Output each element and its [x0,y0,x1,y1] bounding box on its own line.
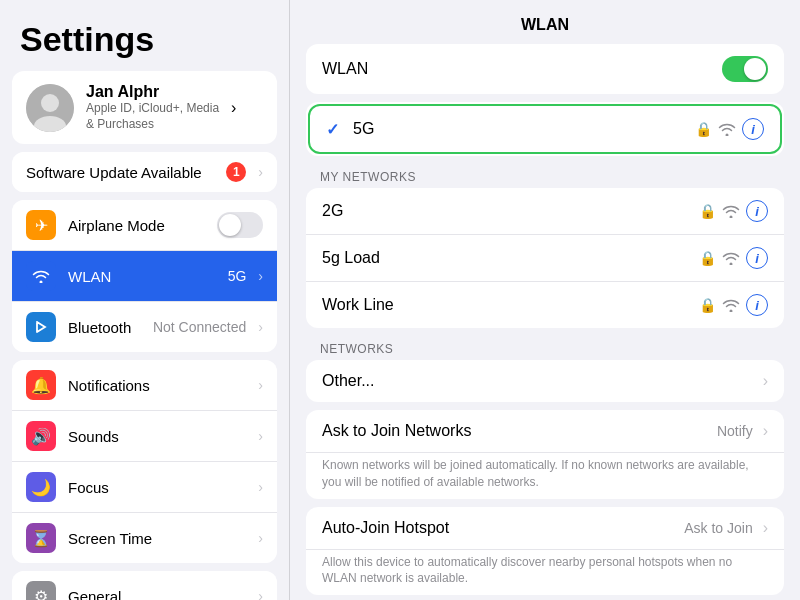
sidebar-item-airplane[interactable]: ✈ Airplane Mode [12,200,277,251]
profile-name: Jan Alphr [86,83,219,101]
ask-to-join-chevron: › [763,422,768,440]
my-networks-section: MY NETWORKS 2G 🔒 i 5g Load 🔒 [306,164,784,328]
other-label: Other... [322,372,753,390]
main-content: WLAN WLAN ✓ 5G 🔒 i [290,0,800,600]
network-ssid-2g: 2G [322,202,689,220]
bluetooth-chevron: › [258,319,263,335]
network-workline-icons: 🔒 i [699,294,768,316]
network-2g-icons: 🔒 i [699,200,768,222]
my-networks-label: MY NETWORKS [306,164,784,188]
focus-label: Focus [68,479,246,496]
avatar [26,84,74,132]
bluetooth-value: Not Connected [153,319,246,335]
wlan-value: 5G [228,268,247,284]
update-chevron: › [258,164,263,180]
ask-to-join-label: Ask to Join Networks [322,422,707,440]
sidebar-item-focus[interactable]: 🌙 Focus › [12,462,277,513]
wlan-toggle-row[interactable]: WLAN [306,44,784,94]
sidebar-item-wlan[interactable]: WLAN 5G › [12,251,277,302]
network-2g-lock: 🔒 [699,203,716,219]
connectivity-section: ✈ Airplane Mode WLAN 5G › [12,200,277,352]
wlan-toggle-section: WLAN [306,44,784,94]
connected-row-icons: 🔒 i [695,118,764,140]
airplane-toggle[interactable] [217,212,263,238]
update-badge: 1 [226,162,246,182]
sidebar-item-screentime[interactable]: ⌛ Screen Time › [12,513,277,563]
sidebar-item-update[interactable]: Software Update Available 1 › [12,152,277,192]
networks-section: NETWORKS Other... › [306,336,784,402]
notifications-icon: 🔔 [26,370,56,400]
focus-icon: 🌙 [26,472,56,502]
auto-join-value: Ask to Join [684,520,752,536]
connected-network-row[interactable]: ✓ 5G 🔒 i [308,104,782,154]
network-row-5gload[interactable]: 5g Load 🔒 i [306,235,784,282]
network-workline-info[interactable]: i [746,294,768,316]
auto-join-section: Auto-Join Hotspot Ask to Join › Allow th… [306,507,784,596]
network-2g-info[interactable]: i [746,200,768,222]
screentime-icon: ⌛ [26,523,56,553]
network-5gload-icons: 🔒 i [699,247,768,269]
network-row-workline[interactable]: Work Line 🔒 i [306,282,784,328]
networks-card: Other... › [306,360,784,402]
sounds-chevron: › [258,428,263,444]
network-2g-wifi-icon [722,204,740,218]
sidebar-item-bluetooth[interactable]: Bluetooth Not Connected › [12,302,277,352]
my-networks-card: 2G 🔒 i 5g Load 🔒 [306,188,784,328]
profile-sub: Apple ID, iCloud+, Media& Purchases [86,101,219,132]
wlan-icon [26,261,56,291]
wlan-chevron: › [258,268,263,284]
ask-to-join-section: Ask to Join Networks Notify › Known netw… [306,410,784,499]
network-5gload-wifi-icon [722,251,740,265]
airplane-icon: ✈ [26,210,56,240]
sidebar-item-sounds[interactable]: 🔊 Sounds › [12,411,277,462]
wlan-toggle-card: WLAN [306,44,784,94]
general-label: General [68,588,246,600]
profile-info: Jan Alphr Apple ID, iCloud+, Media& Purc… [86,83,219,132]
notifications-section: 🔔 Notifications › 🔊 Sounds › 🌙 Focus › ⌛… [12,360,277,563]
update-section: Software Update Available 1 › [12,152,277,192]
connected-ssid: 5G [353,120,685,138]
profile-item[interactable]: Jan Alphr Apple ID, iCloud+, Media& Purc… [12,71,277,144]
connected-info-icon[interactable]: i [742,118,764,140]
ask-to-join-sub: Known networks will be joined automatica… [306,453,784,499]
connected-network-card: ✓ 5G 🔒 i [306,102,784,156]
auto-join-row[interactable]: Auto-Join Hotspot Ask to Join › [306,507,784,550]
notifications-chevron: › [258,377,263,393]
general-icon: ⚙ [26,581,56,600]
auto-join-label: Auto-Join Hotspot [322,519,674,537]
ask-to-join-row[interactable]: Ask to Join Networks Notify › [306,410,784,453]
focus-chevron: › [258,479,263,495]
connected-lock-icon: 🔒 [695,121,712,137]
bluetooth-label: Bluetooth [68,319,141,336]
wlan-main-toggle[interactable] [722,56,768,82]
auto-join-card: Auto-Join Hotspot Ask to Join › Allow th… [306,507,784,596]
connected-checkmark: ✓ [326,120,339,139]
screentime-chevron: › [258,530,263,546]
sidebar-item-general[interactable]: ⚙ General › [12,571,277,600]
ask-to-join-value: Notify [717,423,753,439]
network-workline-wifi-icon [722,298,740,312]
update-label: Software Update Available [26,164,214,181]
other-chevron: › [763,372,768,390]
general-section: ⚙ General › ⊞ Control Center › [12,571,277,600]
main-title: WLAN [290,0,800,44]
network-row-2g[interactable]: 2G 🔒 i [306,188,784,235]
sidebar-item-notifications[interactable]: 🔔 Notifications › [12,360,277,411]
network-5gload-info[interactable]: i [746,247,768,269]
connected-network-section: ✓ 5G 🔒 i [306,102,784,156]
other-networks-row[interactable]: Other... › [306,360,784,402]
profile-chevron: › [231,99,236,117]
notifications-label: Notifications [68,377,246,394]
screentime-label: Screen Time [68,530,246,547]
wlan-toggle-label: WLAN [322,60,722,78]
ask-to-join-card: Ask to Join Networks Notify › Known netw… [306,410,784,499]
bluetooth-icon [26,312,56,342]
airplane-label: Airplane Mode [68,217,205,234]
network-5gload-lock: 🔒 [699,250,716,266]
sounds-icon: 🔊 [26,421,56,451]
auto-join-sub: Allow this device to automatically disco… [306,550,784,596]
svg-point-1 [41,94,59,112]
network-ssid-workline: Work Line [322,296,689,314]
sidebar: Settings Jan Alphr Apple ID, iCloud+, Me… [0,0,290,600]
connected-wifi-icon [718,122,736,136]
